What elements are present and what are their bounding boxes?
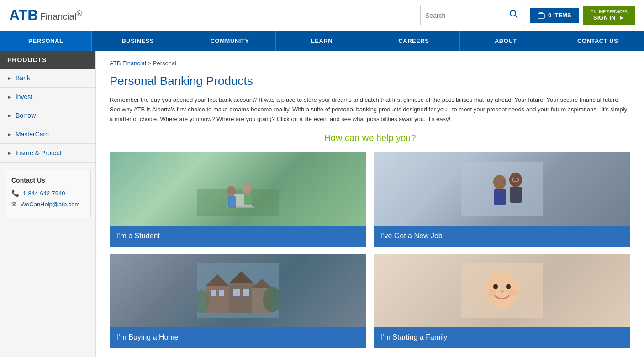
cards-grid: I'm a Student — [110, 152, 630, 348]
sidebar-item-insure[interactable]: ► Insure & Protect — [0, 144, 95, 163]
sidebar-link-borrow[interactable]: Borrow — [16, 112, 36, 119]
description-paragraph-2: See why ATB is Alberta's first choice to… — [110, 105, 630, 124]
card-newjob[interactable]: I've Got a New Job — [374, 152, 630, 247]
sidebar-contact: Contact Us 📞 1-844-642-7940 ✉ WeCanHelp@… — [5, 170, 91, 218]
arrow-icon: ► — [7, 113, 12, 118]
contact-phone[interactable]: 📞 1-844-642-7940 — [11, 189, 84, 197]
contact-email-address: WeCanHelp@atb.com — [21, 201, 79, 208]
home-scene-icon — [197, 263, 279, 318]
svg-rect-14 — [510, 187, 522, 203]
sidebar-menu: ► Bank ► Invest ► Borrow ► MasterCard ► … — [0, 69, 95, 163]
breadcrumb-root[interactable]: ATB Financial — [110, 60, 146, 67]
student-scene-icon — [197, 162, 279, 216]
card-family-image — [374, 254, 630, 327]
search-input[interactable] — [425, 12, 507, 19]
breadcrumb: ATB Financial > Personal — [110, 60, 630, 67]
signin-button[interactable]: ONLINE SERVICES SIGN IN ► — [583, 6, 635, 25]
family-scene-icon — [461, 263, 543, 318]
card-home-image — [110, 254, 366, 327]
svg-rect-19 — [229, 283, 254, 313]
nav-item-about[interactable]: ABOUT — [460, 31, 552, 51]
arrow-icon: ► — [7, 151, 12, 156]
svg-line-1 — [515, 16, 517, 18]
header-right: 0 ITEMS ONLINE SERVICES SIGN IN ► — [420, 5, 635, 26]
svg-point-8 — [243, 184, 252, 194]
contact-title: Contact Us — [11, 177, 84, 184]
svg-point-35 — [507, 289, 517, 296]
sidebar-link-bank[interactable]: Bank — [16, 74, 30, 82]
cart-icon — [537, 12, 545, 19]
arrow-icon: ► — [7, 132, 12, 137]
arrow-icon: ► — [7, 94, 12, 100]
svg-rect-26 — [243, 289, 249, 296]
breadcrumb-separator: > — [148, 60, 153, 67]
help-title: How can we help you? — [110, 133, 630, 143]
header: ATB Financial® 0 ITEMS ONLINE SERVICES S… — [0, 0, 644, 31]
main-content: ATB Financial > Personal Personal Bankin… — [96, 51, 644, 357]
description-paragraph-1: Remember the day you opened your first b… — [110, 95, 630, 105]
card-student[interactable]: I'm a Student — [110, 152, 366, 247]
logo: ATB Financial® — [9, 7, 82, 24]
sidebar-products-header: PRODUCTS — [0, 51, 95, 69]
nav-item-personal[interactable]: PERSONAL — [0, 31, 92, 51]
svg-rect-9 — [244, 194, 252, 205]
page-description: Remember the day you opened your first b… — [110, 95, 630, 124]
newjob-scene-icon — [461, 162, 543, 216]
search-box — [420, 5, 525, 26]
card-newjob-image — [374, 152, 630, 226]
nav-item-community[interactable]: COMMUNITY — [184, 31, 276, 51]
card-student-image — [110, 152, 366, 226]
phone-icon: 📞 — [11, 189, 19, 197]
card-student-label: I'm a Student — [110, 226, 366, 247]
svg-point-31 — [493, 284, 498, 289]
card-home[interactable]: I'm Buying a Home — [110, 254, 366, 348]
nav-item-contact[interactable]: CONTACT US — [552, 31, 644, 51]
card-family[interactable]: I'm Starting a Family — [374, 254, 630, 348]
contact-phone-number: 1-844-642-7940 — [23, 190, 65, 197]
sidebar-item-borrow[interactable]: ► Borrow — [0, 106, 95, 125]
breadcrumb-current: Personal — [153, 60, 176, 67]
sidebar-link-insure[interactable]: Insure & Protect — [16, 149, 61, 157]
card-family-label: I'm Starting a Family — [374, 327, 630, 348]
svg-point-33 — [500, 290, 504, 293]
card-home-label: I'm Buying a Home — [110, 327, 366, 348]
logo-financial: Financial® — [40, 9, 82, 22]
nav-item-business[interactable]: BUSINESS — [92, 31, 184, 51]
main-nav: PERSONAL BUSINESS COMMUNITY LEARN CAREER… — [0, 31, 644, 51]
email-icon: ✉ — [11, 200, 17, 208]
search-icon — [509, 10, 518, 19]
svg-point-6 — [227, 186, 236, 197]
svg-point-0 — [510, 10, 516, 16]
svg-rect-24 — [219, 290, 224, 296]
cart-label: 0 ITEMS — [548, 12, 571, 19]
svg-rect-7 — [228, 196, 236, 208]
nav-item-careers[interactable]: CAREERS — [368, 31, 460, 51]
sidebar: PRODUCTS ► Bank ► Invest ► Borrow ► Mast… — [0, 51, 96, 357]
arrow-icon: ► — [7, 76, 12, 81]
sidebar-link-invest[interactable]: Invest — [16, 93, 32, 100]
svg-point-11 — [493, 175, 506, 189]
sidebar-item-mastercard[interactable]: ► MasterCard — [0, 125, 95, 144]
svg-point-36 — [495, 299, 509, 310]
nav-item-learn[interactable]: LEARN — [276, 31, 368, 51]
logo-atb: ATB — [9, 7, 38, 24]
contact-email[interactable]: ✉ WeCanHelp@atb.com — [11, 200, 84, 208]
sidebar-link-mastercard[interactable]: MasterCard — [16, 131, 49, 138]
svg-rect-25 — [233, 289, 240, 296]
sidebar-item-bank[interactable]: ► Bank — [0, 69, 95, 88]
search-button[interactable] — [507, 8, 520, 23]
svg-rect-12 — [494, 189, 506, 205]
svg-point-13 — [509, 173, 522, 187]
svg-rect-2 — [538, 14, 544, 18]
svg-point-34 — [487, 289, 496, 296]
svg-rect-23 — [211, 290, 216, 296]
cart-button[interactable]: 0 ITEMS — [530, 8, 579, 23]
content-wrapper: PRODUCTS ► Bank ► Invest ► Borrow ► Mast… — [0, 51, 644, 357]
card-newjob-label: I've Got a New Job — [374, 226, 630, 247]
sidebar-item-invest[interactable]: ► Invest — [0, 88, 95, 106]
svg-point-32 — [506, 284, 511, 289]
signin-label: ONLINE SERVICES SIGN IN ► — [591, 10, 628, 21]
page-title: Personal Banking Products — [110, 74, 630, 88]
